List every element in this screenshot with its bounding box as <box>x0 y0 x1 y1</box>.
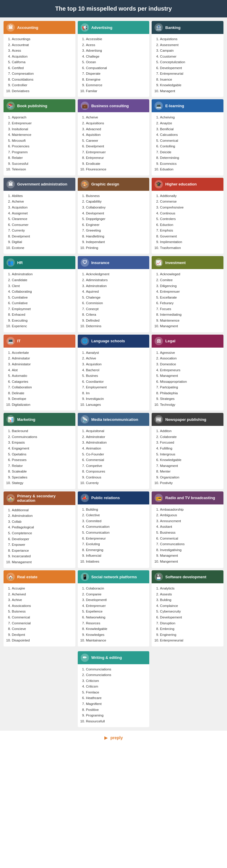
word-item: Competive <box>86 463 147 469</box>
word-item: Assests <box>160 592 221 597</box>
word-item: Embrcing <box>160 626 221 632</box>
card-body: BuildingColectiveCommitedCommunicaitonCo… <box>78 504 149 567</box>
word-item: Programing <box>86 713 147 718</box>
word-item: Acquisitonal <box>86 428 147 434</box>
word-item: Acheiving <box>160 115 221 121</box>
word-item: Entreprenuer <box>86 603 147 609</box>
word-item: Accountnat <box>12 42 73 48</box>
card-body: AanalystAchiveAcquistionBacherolBusinesC… <box>78 348 149 410</box>
word-item: Prociencies <box>12 144 73 150</box>
word-item: Commericial <box>12 621 73 626</box>
word-item: Acknoledgment <box>86 271 147 277</box>
word-item: Adimnistrators <box>86 277 147 283</box>
word-item: Trasformation <box>160 245 221 251</box>
word-item: Knowledgable <box>160 83 221 88</box>
word-item: Lanuages <box>86 402 147 408</box>
word-item: Contolling <box>160 144 221 150</box>
card-header: 💻IT <box>4 335 75 348</box>
word-item: Emmerging <box>86 547 147 553</box>
word-item: Careeer <box>86 138 147 144</box>
word-item: Announcment <box>160 518 221 524</box>
category-card: 🏠Real estateAccuqireAcheivedAchiveAssoic… <box>4 570 75 646</box>
word-item: Engagment <box>12 446 73 452</box>
card-header: ⚖Legal <box>152 335 223 348</box>
category-name: Primary & secondary education <box>17 494 73 503</box>
category-name: Marketing <box>17 417 35 422</box>
word-item: Acquistion <box>12 54 73 60</box>
word-item: Missappropriation <box>160 379 221 385</box>
word-item: Entrepeneurs <box>160 367 221 373</box>
main-title: The top 10 misspelled words per industry <box>0 0 227 18</box>
word-item: Acheive <box>12 199 73 205</box>
word-item: Disapointed <box>12 638 73 644</box>
word-item: Managment <box>160 463 221 469</box>
word-item: Adminstration <box>12 271 73 277</box>
word-item: Capabilitiy <box>86 199 147 205</box>
card-body: AccountingsAccountnatAcessAcquistionCali… <box>4 34 75 97</box>
word-item: Emergine <box>86 77 147 83</box>
word-item: Disruption <box>160 621 221 626</box>
card-header: 📣Public relations <box>78 491 149 504</box>
category-icon: 📈 <box>154 258 163 267</box>
word-item: Compuational <box>86 65 147 71</box>
word-item: Calcuations <box>160 132 221 138</box>
word-item: Handlettring <box>86 234 147 240</box>
word-item: Coordiantor <box>86 379 147 385</box>
card-header: 🏦Banking <box>152 21 223 34</box>
word-item: Entreprenuer <box>12 121 73 126</box>
word-item: Managment <box>160 553 221 559</box>
word-item: Backround <box>12 428 73 434</box>
word-item: Communciations <box>86 666 147 673</box>
word-item: Assoications <box>12 603 73 609</box>
category-name: Government administration <box>17 182 67 186</box>
word-item: Deriviatives <box>12 88 73 94</box>
word-item: Employmnet <box>12 306 73 312</box>
word-item: Colective <box>86 513 147 518</box>
word-item: Acquistion <box>12 205 73 211</box>
card-header: 📰Newspaper publishing <box>152 413 223 426</box>
card-body: AbilitesAcheiveAcquistionAssignmetCleare… <box>4 191 75 254</box>
card-body: AdditionnalAdminstrationCollabPedlagolog… <box>4 505 75 568</box>
word-item: Composures <box>86 469 147 475</box>
word-item: Acquistions <box>160 36 221 42</box>
word-item: Ccustomer <box>160 54 221 60</box>
word-item: Maintainance <box>86 638 147 644</box>
word-item: Strateges <box>160 396 221 402</box>
word-item: Commision <box>86 300 147 306</box>
category-icon: 🌐 <box>81 337 89 345</box>
category-icon: 🏠 <box>6 573 15 581</box>
word-item: Bacherol <box>86 367 147 373</box>
word-item: Technolgy <box>160 402 221 408</box>
word-item: Devlopment <box>86 211 147 216</box>
category-name: Social network platforms <box>91 575 137 579</box>
word-item: Networwking <box>86 615 147 621</box>
word-item: Excellarate <box>160 295 221 301</box>
word-item: Eduction <box>160 222 221 228</box>
word-item: Candidate <box>12 277 73 283</box>
category-name: Public relations <box>91 496 120 500</box>
category-icon: 💼 <box>81 102 89 110</box>
word-item: Definded <box>86 318 147 324</box>
category-icon: 📣 <box>81 494 89 502</box>
category-icon: 📊 <box>6 415 15 424</box>
word-item: Adminstration <box>12 513 73 519</box>
word-item: Evoluting <box>86 541 147 547</box>
category-card: 📱Social network platformsColaboracinComp… <box>78 570 149 646</box>
category-icon: 📱 <box>81 573 89 581</box>
word-item: Ecomnoics <box>160 161 221 167</box>
word-item: Accountings <box>12 36 73 42</box>
word-item: Develooper <box>12 536 73 542</box>
category-name: Media telecommunication <box>91 417 138 422</box>
word-item: Advacned <box>86 126 147 132</box>
card-body: AccuqireAcheivedAchiveAssoicationsBuisne… <box>4 583 75 646</box>
word-item: Incarcarated <box>12 554 73 559</box>
word-item: Accuqire <box>12 586 73 592</box>
category-name: Accounting <box>17 25 38 30</box>
word-item: Partcipating <box>160 384 221 391</box>
card-header: 📻Radio and TV broadcasting <box>152 491 223 504</box>
word-item: Acess <box>86 42 147 48</box>
word-item: Acheive <box>86 115 147 121</box>
card-body: BackroundCommuincationsEmpasisEngagmentO… <box>4 426 75 489</box>
card-body: AcknoledgmentAdimnistratorsAdminstration… <box>78 269 149 332</box>
category-icon: 🎓 <box>154 180 163 188</box>
